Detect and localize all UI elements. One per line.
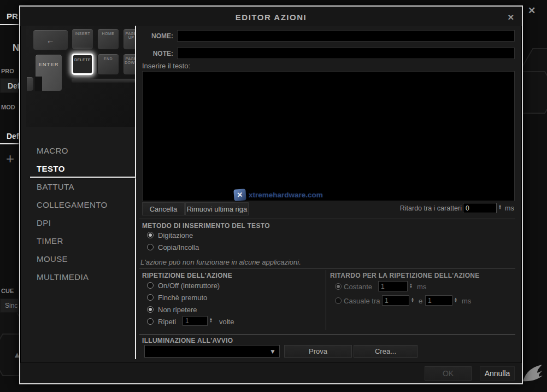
app-close-icon[interactable]: ✕ (528, 5, 536, 16)
repeat-delay-header: RITARDO PER LA RIPETIZIONE DELL'AZIONE (330, 272, 480, 279)
dialog-close-icon[interactable]: ✕ (507, 13, 514, 22)
bg-label-cue: CUE (1, 288, 14, 294)
casuale-from-input (382, 295, 409, 306)
radio-onoff-label[interactable]: On/Off (interruttore) (158, 282, 220, 290)
chevron-down-icon: ▼ (269, 348, 276, 355)
bg-add-button[interactable]: + (6, 150, 14, 167)
char-delay-label: Ritardo tra i caratteri (370, 204, 462, 212)
radio-ripeti-label[interactable]: Ripeti (158, 318, 176, 326)
menu-item-dpi[interactable]: DPI (26, 214, 135, 232)
crea-button[interactable]: Crea... (354, 345, 417, 358)
char-delay-unit: ms (505, 204, 514, 212)
note-input[interactable] (177, 48, 515, 59)
column-divider (326, 270, 326, 330)
menu-item-battuta[interactable]: BATTUTA (26, 178, 135, 196)
cancella-button[interactable]: Cancella (142, 202, 185, 215)
action-type-panel: ← ENTER INSERT HOME PAGE UP DELETE END P… (26, 26, 136, 359)
ripeti-count-spinner[interactable]: ▲▼ (209, 318, 213, 323)
casuale-to-input (425, 295, 452, 306)
bg-tab-profile[interactable]: PR (7, 11, 18, 21)
watermark: ✕ xtremehardware.com (234, 189, 323, 201)
bg-heading: N (13, 43, 19, 54)
lighting-dropdown[interactable]: ▼ (144, 345, 280, 358)
nome-input[interactable] (177, 30, 515, 42)
key-backspace: ← (33, 30, 68, 50)
radio-copia-incolla[interactable] (147, 244, 154, 250)
corsair-logo-icon (522, 364, 543, 385)
radio-costante (335, 283, 342, 290)
prova-button[interactable]: Prova (284, 345, 352, 358)
separator (139, 268, 515, 268)
bg-tab-underline (0, 143, 19, 144)
repeat-header: RIPETIZIONE DELL'AZIONE (142, 272, 232, 279)
rimuovi-ultima-riga-button[interactable]: Rimuovi ultima riga (185, 202, 249, 215)
action-editor-dialog: EDITOR AZIONI ✕ ← ENTER INSERT HOME PAGE… (19, 5, 523, 384)
separator (139, 219, 515, 219)
casuale-unit: ms (462, 297, 471, 305)
app-window: PR N PRO Def MOD Def + CUE Sinc ▲ ✕ EDIT… (0, 0, 547, 392)
menu-item-timer[interactable]: TIMER (26, 232, 135, 250)
menu-item-multimedia[interactable]: MULTIMEDIA (26, 268, 135, 286)
ok-button: OK (425, 366, 472, 381)
lighting-header: ILLUMINAZIONE ALL'AVVIO (142, 337, 233, 344)
bg-tab-default[interactable]: Def (7, 132, 19, 141)
dialog-footer: OK Annulla (20, 362, 522, 383)
bg-label-pro: PRO (1, 68, 14, 74)
dialog-title: EDITOR AZIONI (20, 13, 522, 22)
casuale-from-spinner: ▲▼ (411, 297, 414, 303)
keyboard-frame-edge (72, 79, 135, 83)
radio-ripeti[interactable] (147, 318, 154, 325)
char-delay-spinner[interactable]: ▲▼ (498, 204, 502, 210)
key-end: END (97, 54, 119, 75)
bg-dropdown-default[interactable]: Def (0, 78, 19, 93)
key-fragment (26, 77, 34, 91)
nome-label: NOME: (130, 32, 173, 40)
costante-input (378, 281, 408, 291)
note-label: NOTE: (130, 50, 173, 57)
key-delete-highlighted: DELETE (72, 54, 93, 75)
method-header: METODO DI INSERIMENTO DEL TESTO (142, 222, 270, 230)
watermark-text: xtremehardware.com (249, 191, 323, 199)
menu-item-macro[interactable]: MACRO (26, 142, 135, 160)
radio-copia-incolla-label[interactable]: Copia/Incolla (158, 243, 199, 251)
ripeti-count-input[interactable] (183, 316, 208, 326)
method-note: L'azione può non funzionare in alcune ap… (140, 258, 301, 266)
radio-onoff[interactable] (147, 282, 154, 289)
radio-finche-premuto-label[interactable]: Finchè premuto (158, 294, 207, 302)
radio-non-ripetere[interactable] (147, 306, 154, 313)
bg-tab-underline (0, 24, 19, 25)
separator (139, 334, 515, 335)
annulla-button[interactable]: Annulla (480, 366, 515, 381)
watermark-x-icon: ✕ (233, 189, 246, 201)
bg-label-mod: MOD (1, 104, 15, 110)
menu-item-testo[interactable]: TESTO (26, 160, 135, 178)
insert-text-label: Inserire il testo: (142, 62, 190, 70)
radio-casuale (335, 297, 342, 304)
keyboard-preview: ← ENTER INSERT HOME PAGE UP DELETE END P… (26, 26, 135, 127)
radio-finche-premuto[interactable] (147, 294, 154, 301)
costante-spinner: ▲▼ (409, 283, 413, 289)
casuale-conjunction: e (419, 297, 422, 305)
key-home: HOME (97, 28, 119, 50)
key-enter-notch (35, 77, 42, 91)
action-type-menu: MACRO TESTO BATTUTA COLLEGAMENTO DPI TIM… (26, 142, 135, 286)
casuale-to-spinner: ▲▼ (454, 297, 457, 303)
key-insert: INSERT (72, 28, 93, 50)
char-delay-input[interactable] (463, 203, 497, 213)
ripeti-unit-label: volte (219, 318, 234, 326)
bg-dropdown-sinc[interactable]: Sinc (0, 299, 19, 313)
radio-costante-label: Costante (344, 283, 372, 291)
radio-digitazione[interactable] (147, 232, 154, 238)
radio-non-ripetere-label[interactable]: Non ripetere (158, 306, 197, 314)
menu-item-mouse[interactable]: MOUSE (26, 250, 135, 268)
radio-casuale-label: Casuale tra (344, 297, 380, 305)
lighting-dropdown-value (145, 347, 148, 355)
text-entry-area[interactable]: ✕ xtremehardware.com (142, 71, 515, 201)
selected-tab-underline (30, 177, 136, 178)
radio-digitazione-label[interactable]: Digitazione (158, 231, 193, 239)
costante-unit: ms (417, 283, 426, 291)
menu-item-collegamento[interactable]: COLLEGAMENTO (26, 196, 135, 214)
